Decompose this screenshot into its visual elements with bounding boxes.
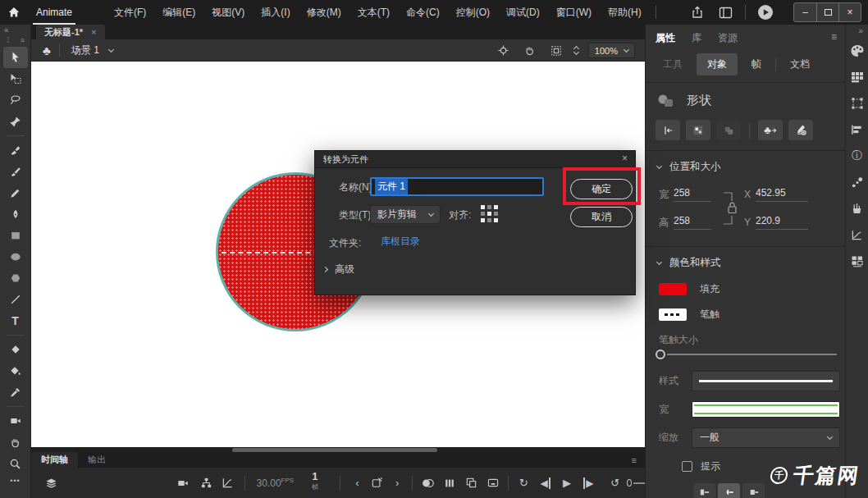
subtab-frame[interactable]: 帧	[741, 53, 772, 75]
insert-keyframe-button[interactable]	[369, 474, 386, 492]
clip-content-button[interactable]	[548, 43, 564, 59]
y-value[interactable]: 220.9	[756, 215, 808, 230]
swatches-panel-button[interactable]	[847, 67, 867, 87]
height-value[interactable]: 258	[674, 215, 711, 230]
polystar-tool[interactable]	[3, 267, 28, 289]
brush-library-panel-button[interactable]	[847, 199, 867, 218]
menu-control[interactable]: 控制(O)	[449, 2, 497, 23]
edit-toolbar-button[interactable]: •••	[10, 477, 20, 485]
hand-tool[interactable]	[3, 432, 28, 453]
edit-multiple-frames-button[interactable]	[463, 474, 479, 492]
camera-tool[interactable]	[3, 410, 28, 432]
registration-cell[interactable]	[481, 205, 485, 209]
text-tool[interactable]: T	[3, 310, 28, 331]
zoom-tool[interactable]	[3, 453, 28, 474]
subtab-document[interactable]: 文档	[779, 53, 820, 75]
registration-cell[interactable]	[494, 218, 498, 222]
color-panel-button[interactable]	[847, 41, 867, 61]
add-camera-button[interactable]	[174, 474, 190, 492]
document-tab-close-icon[interactable]: ×	[91, 27, 96, 37]
info-panel-button[interactable]: ⓘ	[847, 146, 867, 166]
cancel-button[interactable]: 取消	[570, 207, 633, 227]
next-keyframe-button[interactable]: ›	[389, 474, 405, 492]
step-forward-button[interactable]: ▶	[580, 474, 596, 492]
registration-cell[interactable]	[481, 218, 485, 222]
tab-timeline[interactable]: 时间轴	[31, 452, 78, 468]
tab-library[interactable]: 库	[692, 31, 701, 45]
cap-butt-button[interactable]	[693, 483, 715, 498]
test-movie-button[interactable]	[757, 4, 774, 21]
registration-point-grid[interactable]	[481, 205, 498, 222]
scene-chevron-icon[interactable]	[108, 46, 114, 52]
line-tool[interactable]	[3, 289, 28, 310]
dialog-titlebar[interactable]: 转换为元件 ×	[315, 151, 635, 168]
workspace-button[interactable]	[717, 4, 733, 21]
fluid-brush-tool[interactable]	[3, 139, 28, 161]
registration-cell[interactable]	[494, 205, 498, 209]
horizontal-scrollbar[interactable]	[31, 447, 645, 453]
asset-warp-tool[interactable]	[3, 111, 28, 132]
step-back-button[interactable]: ◀	[537, 474, 553, 492]
share-button[interactable]	[689, 4, 706, 21]
play-button[interactable]: ▶	[559, 474, 575, 492]
registration-cell[interactable]	[481, 212, 485, 216]
timeline-panel-menu-icon[interactable]: ≡	[632, 455, 637, 465]
menu-edit[interactable]: 编辑(E)	[155, 2, 203, 23]
show-graph-button[interactable]	[219, 474, 235, 492]
zoom-level-select[interactable]: 100%	[588, 43, 635, 58]
document-tab[interactable]: 无标题-1* ×	[36, 25, 105, 39]
zoom-stepper[interactable]	[574, 47, 578, 54]
fps-display[interactable]: 30.00FPS	[257, 477, 295, 489]
stroke-size-slider[interactable]	[646, 348, 845, 366]
pencil-tool[interactable]	[3, 182, 28, 203]
menu-commands[interactable]: 命令(C)	[399, 2, 447, 23]
transform-panel-button[interactable]	[847, 94, 867, 113]
maximize-button[interactable]	[816, 3, 838, 21]
x-value[interactable]: 452.95	[756, 187, 808, 202]
panel-menu-icon[interactable]: ≡	[831, 31, 837, 43]
menu-window[interactable]: 窗口(W)	[549, 2, 599, 23]
horizontal-scrollbar-thumb[interactable]	[232, 448, 437, 452]
width-value[interactable]: 258	[674, 187, 711, 202]
components-panel-button[interactable]	[847, 251, 867, 271]
loop-playback-button[interactable]: ↻	[515, 474, 532, 492]
snippets-panel-button[interactable]	[847, 172, 867, 192]
onion-skin-outlines-button[interactable]	[441, 474, 458, 492]
tab-assets[interactable]: 资源	[718, 31, 738, 45]
menu-file[interactable]: 文件(F)	[107, 2, 153, 23]
flip-align-button[interactable]	[656, 120, 680, 140]
fill-color-swatch[interactable]	[659, 283, 687, 295]
collapse-toolbar-button[interactable]: «	[0, 25, 30, 36]
close-button[interactable]: ×	[838, 3, 861, 21]
motion-presets-panel-button[interactable]	[847, 225, 867, 244]
layer-parenting-button[interactable]	[198, 474, 214, 492]
menu-debug[interactable]: 调试(D)	[499, 2, 547, 23]
registration-cell[interactable]	[487, 212, 491, 216]
stepper-down-icon[interactable]	[573, 49, 579, 55]
registration-cell[interactable]	[487, 218, 491, 222]
convert-to-symbol-button[interactable]: ♣	[758, 120, 783, 140]
selection-tool[interactable]	[3, 47, 28, 68]
menu-modify[interactable]: 修改(M)	[299, 2, 349, 23]
minimize-button[interactable]: –	[794, 3, 816, 21]
cap-square-button[interactable]	[742, 483, 765, 498]
dialog-close-icon[interactable]: ×	[622, 153, 628, 164]
section-position-size[interactable]: 位置和大小	[646, 151, 845, 180]
rotate-view-button[interactable]	[522, 43, 538, 59]
stroke-color-swatch[interactable]	[659, 308, 687, 321]
tab-properties[interactable]: 属性	[656, 31, 675, 45]
link-wh-lock[interactable]	[720, 187, 744, 230]
subtab-tool[interactable]: 工具	[652, 53, 693, 75]
prev-keyframe-button[interactable]: ‹	[349, 474, 365, 492]
symbol-type-select[interactable]: 影片剪辑	[370, 205, 441, 224]
stroke-style-select[interactable]	[692, 371, 840, 391]
scale-select[interactable]: 一般	[692, 427, 840, 448]
menu-text[interactable]: 文本(T)	[350, 2, 397, 23]
width-profile-select[interactable]	[692, 401, 840, 418]
registration-cell[interactable]	[487, 205, 491, 209]
toolbar-menu-icon[interactable]: ≡	[21, 36, 25, 45]
section-chevron-icon[interactable]	[656, 259, 662, 265]
timeline-zoom-knob[interactable]	[627, 479, 632, 487]
menu-help[interactable]: 帮助(H)	[601, 2, 649, 23]
folder-link[interactable]: 库根目录	[381, 235, 420, 249]
